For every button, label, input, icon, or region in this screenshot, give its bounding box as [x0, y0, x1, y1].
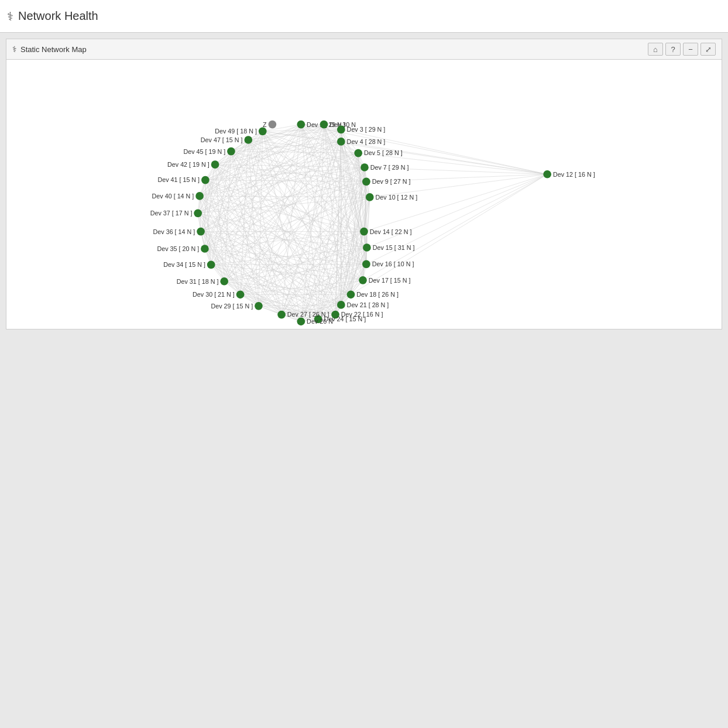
zoom-in-button[interactable]: ⤢: [700, 43, 716, 56]
node-dot-Dev21[interactable]: [337, 301, 345, 309]
node-dot-Dev45[interactable]: [227, 147, 235, 156]
node-Dev12[interactable]: Dev 12 [ 16 N ]: [543, 170, 595, 178]
node-label-Dev3: Dev 3 [ 29 N ]: [347, 126, 386, 133]
node-label-Dev18: Dev 18 [ 26 N ]: [356, 291, 399, 298]
node-label-Dev42: Dev 42 [ 19 N ]: [167, 161, 210, 168]
node-dot-Dev30N[interactable]: [320, 121, 328, 129]
node-Dev41[interactable]: Dev 41 [ 15 N ]: [157, 176, 209, 184]
help-button[interactable]: ?: [665, 43, 681, 56]
node-Dev17[interactable]: Dev 17 [ 15 N ]: [359, 276, 410, 284]
node-label-Dev31: Dev 31 [ 18 N ]: [177, 278, 219, 285]
node-dot-Dev47[interactable]: [244, 136, 252, 144]
home-button[interactable]: ⌂: [648, 43, 663, 56]
node-dot-Dev3[interactable]: [337, 126, 345, 134]
node-label-Z: Z: [263, 121, 267, 128]
panel-title: Static Network Map: [20, 45, 87, 54]
panel-title-area: ⚕ Static Network Map: [12, 44, 87, 54]
node-dot-Dev36[interactable]: [197, 228, 205, 236]
node-dot-Dev4[interactable]: [337, 138, 345, 146]
node-label-Dev29: Dev 29 [ 15 N ]: [211, 303, 253, 310]
node-label-Dev45: Dev 45 [ 19 N ]: [183, 148, 225, 155]
node-Dev16[interactable]: Dev 16 [ 10 N ]: [362, 260, 414, 269]
node-label-Dev21: Dev 21 [ 28 N ]: [347, 301, 389, 308]
node-label-Dev34: Dev 34 [ 15 N ]: [163, 261, 205, 268]
node-dot-Dev14[interactable]: [360, 228, 368, 236]
node-dot-Dev1[interactable]: [297, 121, 305, 129]
node-Dev15[interactable]: Dev 15 [ 31 N ]: [363, 243, 414, 252]
node-dot-Dev30[interactable]: [236, 290, 245, 298]
node-Dev30[interactable]: Dev 30 [ 21 N ]: [193, 290, 244, 298]
node-label-Dev5: Dev 5 [ 28 N ]: [364, 149, 403, 156]
node-Dev35[interactable]: Dev 35 [ 20 N ]: [157, 245, 208, 253]
node-label-Dev49: Dev 49 [ 18 N ]: [215, 128, 257, 135]
node-dot-Dev7[interactable]: [360, 163, 369, 171]
panel-header: ⚕ Static Network Map ⌂ ? − ⤢: [6, 39, 722, 60]
node-Dev7[interactable]: Dev 7 [ 29 N ]: [360, 163, 408, 171]
node-Dev45[interactable]: Dev 45 [ 19 N ]: [183, 147, 235, 156]
node-label-Dev10: Dev 10 [ 12 N ]: [376, 194, 418, 201]
node-label-Dev40: Dev 40 [ 14 N ]: [152, 193, 194, 200]
node-dot-Dev42[interactable]: [211, 160, 219, 169]
node-dot-Dev34[interactable]: [207, 261, 215, 269]
panel-icon: ⚕: [12, 44, 17, 54]
node-dot-Dev26[interactable]: [297, 317, 305, 325]
node-label-Dev37: Dev 37 [ 17 N ]: [150, 210, 193, 217]
node-dot-Dev31[interactable]: [220, 277, 228, 286]
node-label-Dev26: Dev 26 N: [307, 318, 333, 325]
node-label-Dev30: Dev 30 [ 21 N ]: [193, 291, 235, 298]
node-label-Dev41: Dev 41 [ 15 N ]: [157, 176, 200, 183]
node-Dev36[interactable]: Dev 36 [ 14 N ]: [153, 228, 205, 236]
node-dot-Dev18[interactable]: [347, 290, 355, 298]
node-dot-Dev15[interactable]: [363, 243, 371, 252]
node-Dev49[interactable]: Dev 49 [ 18 N ]: [215, 127, 266, 135]
nodes-layer: ZDev 1 [ 29 N ]Dev 30 NDev 3 [ 29 N ]Dev…: [150, 121, 595, 325]
node-dot-Dev27[interactable]: [277, 311, 286, 319]
node-dot-Dev37[interactable]: [194, 209, 202, 217]
node-label-Dev15: Dev 15 [ 31 N ]: [373, 244, 415, 251]
node-dot-Dev40[interactable]: [195, 192, 204, 200]
edge: [200, 125, 301, 196]
app-header: ⚕ Network Health: [0, 0, 728, 33]
node-label-Dev4: Dev 4 [ 28 N ]: [347, 138, 386, 145]
network-svg: ZDev 1 [ 29 N ]Dev 30 NDev 3 [ 29 N ]Dev…: [6, 60, 722, 329]
node-label-Dev47: Dev 47 [ 15 N ]: [201, 136, 243, 143]
node-dot-Dev41[interactable]: [201, 176, 210, 184]
app-icon: ⚕: [7, 9, 13, 23]
node-dot-Dev5[interactable]: [354, 149, 362, 157]
node-dot-Dev12[interactable]: [543, 170, 551, 178]
zoom-out-button[interactable]: −: [683, 43, 698, 56]
node-dot-Dev29[interactable]: [255, 302, 263, 310]
node-Dev18[interactable]: Dev 18 [ 26 N ]: [347, 290, 399, 298]
node-Dev31[interactable]: Dev 31 [ 18 N ]: [177, 277, 228, 286]
node-dot-Dev9[interactable]: [362, 178, 370, 186]
node-label-Dev17: Dev 17 [ 15 N ]: [369, 277, 411, 284]
app-title: Network Health: [18, 9, 98, 23]
node-Dev9[interactable]: Dev 9 [ 27 N ]: [362, 178, 410, 186]
panel-controls: ⌂ ? − ⤢: [648, 43, 716, 56]
node-dot-Dev35[interactable]: [201, 245, 209, 253]
node-Z[interactable]: Z: [263, 121, 276, 129]
node-Dev37[interactable]: Dev 37 [ 17 N ]: [150, 209, 202, 217]
node-Dev5[interactable]: Dev 5 [ 28 N ]: [354, 149, 402, 157]
node-label-Dev12: Dev 12 [ 16 N ]: [553, 171, 595, 178]
node-dot-Dev10[interactable]: [366, 193, 374, 201]
node-Dev26[interactable]: Dev 26 N: [297, 317, 332, 325]
node-Dev10[interactable]: Dev 10 [ 12 N ]: [366, 193, 417, 201]
node-label-Dev16: Dev 16 [ 10 N ]: [372, 260, 414, 267]
node-dot-Dev17[interactable]: [359, 276, 367, 284]
node-label-Dev7: Dev 7 [ 29 N ]: [370, 164, 409, 171]
node-Dev40[interactable]: Dev 40 [ 14 N ]: [152, 192, 204, 200]
node-Dev42[interactable]: Dev 42 [ 19 N ]: [167, 160, 219, 169]
edge: [231, 152, 259, 306]
edge-to-dev12: [367, 174, 547, 248]
node-label-Dev36: Dev 36 [ 14 N ]: [153, 228, 195, 235]
node-Dev34[interactable]: Dev 34 [ 15 N ]: [163, 261, 215, 269]
node-dot-Z[interactable]: [269, 121, 277, 129]
node-label-Dev35: Dev 35 [ 20 N ]: [157, 245, 199, 252]
node-label-Dev27: Dev 27 [ 26 N ]: [287, 311, 329, 318]
node-dot-Dev49[interactable]: [259, 127, 267, 135]
node-label-Dev9: Dev 9 [ 27 N ]: [372, 178, 411, 185]
network-panel: ⚕ Static Network Map ⌂ ? − ⤢ ZDev 1 [ 29…: [6, 39, 722, 329]
network-canvas: ZDev 1 [ 29 N ]Dev 30 NDev 3 [ 29 N ]Dev…: [6, 60, 722, 329]
node-dot-Dev16[interactable]: [362, 260, 370, 269]
